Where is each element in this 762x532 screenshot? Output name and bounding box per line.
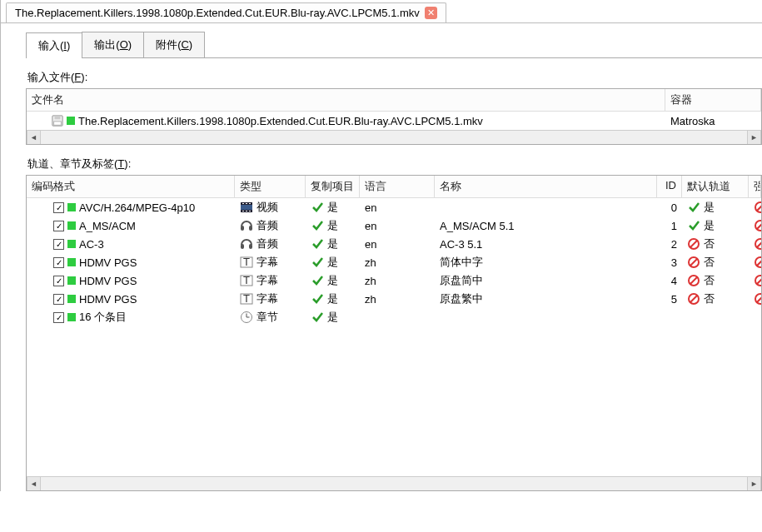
track-default: 否: [704, 236, 715, 251]
track-id: 5: [657, 290, 682, 308]
track-checkbox[interactable]: ✓: [53, 294, 64, 305]
status-indicator-icon: [67, 295, 76, 303]
track-codec: AC-3: [79, 238, 104, 251]
track-checkbox[interactable]: ✓: [53, 312, 64, 323]
track-row[interactable]: ✓HDMV PGST字幕是zh简体中字3否: [27, 253, 761, 271]
svg-rect-2: [54, 122, 62, 125]
ban-icon: [687, 256, 700, 269]
check-icon: [311, 274, 324, 287]
check-icon: [687, 219, 700, 232]
track-name: 原盘繁中: [435, 290, 657, 308]
svg-rect-14: [241, 226, 244, 231]
svg-rect-1: [55, 116, 61, 119]
svg-line-39: [690, 296, 697, 302]
status-indicator-icon: [67, 240, 76, 248]
track-row[interactable]: ✓A_MS/ACM音频是enA_MS/ACM 5.11是: [27, 216, 761, 235]
ban-icon: [687, 274, 700, 287]
col-codec[interactable]: 编码格式: [27, 176, 235, 197]
track-row[interactable]: ✓16 个条目章节是: [27, 308, 761, 326]
tracks-header[interactable]: 编码格式 类型 复制项目 语言 名称 ID 默认轨道 强: [27, 176, 761, 198]
svg-rect-11: [249, 211, 251, 211]
input-files-label: 输入文件(F):: [27, 70, 762, 85]
col-type[interactable]: 类型: [235, 176, 306, 197]
col-name[interactable]: 名称: [435, 176, 657, 197]
track-default: 是: [704, 200, 715, 215]
track-lang: zh: [360, 290, 435, 308]
track-copy: 是: [327, 291, 338, 306]
tracks-list[interactable]: 编码格式 类型 复制项目 语言 名称 ID 默认轨道 强 ✓AVC/H.264/…: [26, 175, 762, 491]
track-lang: zh: [360, 253, 435, 271]
track-type: 音频: [256, 236, 278, 251]
track-lang: [360, 308, 435, 326]
track-checkbox[interactable]: ✓: [53, 257, 64, 268]
input-files-header[interactable]: 文件名 容器: [27, 89, 761, 112]
scroll-right-icon[interactable]: ►: [747, 477, 761, 490]
track-row[interactable]: ✓AVC/H.264/MPEG-4p10视频是en0是: [27, 198, 761, 216]
h-scrollbar[interactable]: ◄ ►: [27, 130, 761, 144]
svg-rect-8: [249, 203, 251, 204]
check-icon: [311, 292, 324, 306]
tab-attachments[interactable]: 附件(C): [143, 32, 205, 57]
svg-line-41: [757, 296, 761, 302]
track-type: 章节: [256, 310, 278, 325]
status-indicator-icon: [67, 258, 76, 266]
file-container: Matroska: [665, 112, 761, 130]
tab-output[interactable]: 输出(O): [82, 32, 144, 57]
track-row[interactable]: ✓AC-3音频是enAC-3 5.12否: [27, 235, 761, 253]
track-checkbox[interactable]: ✓: [53, 221, 64, 231]
subtitle-icon: T: [240, 292, 253, 306]
tracks-label: 轨道、章节及标签(T):: [27, 157, 762, 172]
track-default: 否: [704, 291, 715, 306]
track-copy: 是: [327, 200, 338, 215]
scroll-left-icon[interactable]: ◄: [27, 131, 41, 144]
status-indicator-icon: [67, 117, 75, 125]
track-default: 否: [704, 273, 715, 288]
close-icon[interactable]: ✕: [425, 7, 437, 19]
track-name: [435, 308, 657, 326]
track-default: 否: [704, 255, 715, 270]
track-codec: 16 个条目: [79, 310, 127, 325]
track-id: 1: [657, 216, 682, 235]
file-tab[interactable]: The.Replacement.Killers.1998.1080p.Exten…: [6, 2, 446, 22]
track-codec: A_MS/ACM: [79, 220, 136, 232]
track-checkbox[interactable]: ✓: [53, 239, 64, 250]
file-tab-title: The.Replacement.Killers.1998.1080p.Exten…: [15, 7, 420, 19]
svg-line-27: [690, 259, 697, 266]
track-name: AC-3 5.1: [435, 235, 657, 253]
track-checkbox[interactable]: ✓: [53, 276, 64, 286]
track-type: 音频: [256, 218, 278, 233]
svg-rect-15: [249, 226, 252, 231]
col-copy[interactable]: 复制项目: [306, 176, 360, 197]
track-name: 原盘简中: [435, 271, 657, 290]
track-type: 字幕: [256, 273, 278, 288]
track-type: 视频: [256, 200, 278, 215]
track-checkbox[interactable]: ✓: [53, 202, 64, 213]
col-lang[interactable]: 语言: [360, 176, 435, 197]
col-default[interactable]: 默认轨道: [682, 176, 749, 197]
tab-input[interactable]: 输入(I): [26, 32, 82, 58]
col-container[interactable]: 容器: [665, 89, 761, 111]
col-forced[interactable]: 强: [749, 176, 761, 197]
h-scrollbar[interactable]: ◄ ►: [27, 476, 761, 490]
track-default: 是: [704, 218, 715, 233]
ban-icon: [754, 292, 761, 306]
file-row[interactable]: The.Replacement.Killers.1998.1080p.Exten…: [27, 112, 761, 130]
svg-rect-10: [246, 211, 247, 211]
svg-rect-19: [249, 244, 252, 249]
track-row[interactable]: ✓HDMV PGST字幕是zh原盘繁中5否: [27, 290, 761, 308]
video-icon: [240, 201, 253, 214]
scroll-left-icon[interactable]: ◄: [27, 477, 41, 490]
input-files-list[interactable]: 文件名 容器 The.Replacement.Killers.1998.1080…: [26, 88, 762, 145]
col-filename[interactable]: 文件名: [27, 89, 665, 111]
svg-line-21: [690, 241, 697, 247]
svg-line-35: [757, 277, 761, 284]
track-row[interactable]: ✓HDMV PGST字幕是zh原盘简中4否: [27, 271, 761, 290]
ban-icon: [687, 237, 700, 251]
col-id[interactable]: ID: [657, 176, 682, 197]
track-copy: 是: [327, 273, 338, 288]
track-id: [657, 308, 682, 326]
file-tab-bar: The.Replacement.Killers.1998.1080p.Exten…: [1, 0, 762, 23]
file-name: The.Replacement.Killers.1998.1080p.Exten…: [78, 115, 483, 127]
subtitle-icon: T: [240, 274, 253, 287]
scroll-right-icon[interactable]: ►: [747, 131, 761, 144]
